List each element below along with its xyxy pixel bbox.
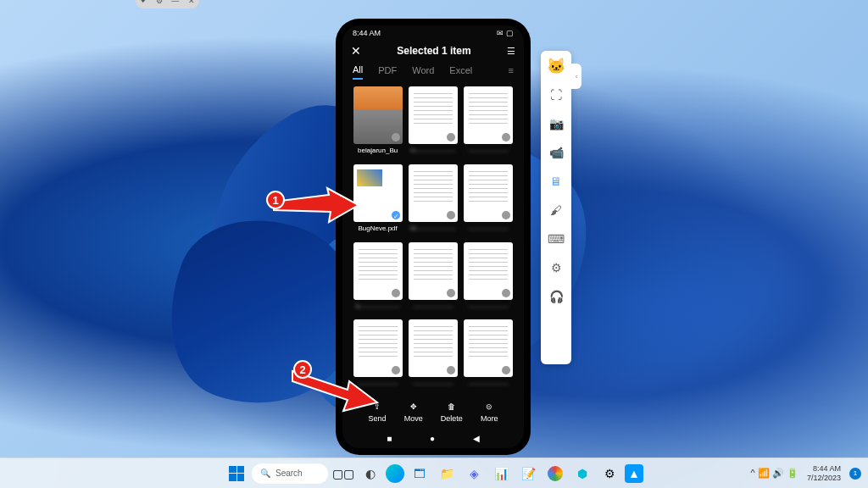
pin-icon[interactable]: ✦ [140,0,147,5]
file-label: —————— [413,380,453,387]
file-label: S—————— [355,302,400,310]
phone-status-bar: 8:44 AM ✉ ▢ [342,25,524,41]
nav-back[interactable]: ◀ [473,434,480,443]
file-thumbnail[interactable]: H—————— [408,86,458,159]
tabs-menu-icon[interactable]: ≡ [509,65,514,75]
brush-icon[interactable]: 🖌 [548,202,565,219]
file-thumbnail[interactable]: —————— [408,242,458,315]
taskbar-app[interactable]: ⬢ [570,462,594,485]
taskbar-app[interactable]: 🗔 [408,462,431,485]
taskbar-clock[interactable]: 8:44 AM 7/12/2023 [807,464,841,483]
file-grid: belajarun_BuH————————————BugNeve.pdfM———… [342,80,524,396]
delete-button[interactable]: 🗑Delete [441,401,463,423]
nav-recent[interactable]: ■ [387,434,392,443]
more-button[interactable]: ⊝More [481,401,498,423]
file-label: —————— [468,225,509,232]
file-thumbnail[interactable]: —————— [464,242,514,315]
file-label: M—————— [410,225,457,232]
file-label: —————— [468,380,509,387]
status-time: 8:44 AM [353,29,381,37]
windows-taskbar: 🔍 Search ▢▢ ◐ 🗔 📁 ◈ 📊 📝 ⬢ ⚙ ▲ ^ 📶 🔊 🔋 8:… [0,458,868,488]
selection-header: ✕ Selected 1 item ☰ [342,41,524,61]
annotation-arrow-1 [270,185,363,227]
minimize-icon[interactable]: — [171,0,179,5]
taskbar-center: 🔍 Search ▢▢ ◐ 🗔 📁 ◈ 📊 📝 ⬢ ⚙ ▲ [225,462,643,485]
file-thumbnail[interactable]: —————— [408,319,458,392]
keyboard-icon[interactable]: ⌨ [548,230,565,247]
file-label: belajarun_Bu [358,147,398,154]
move-button[interactable]: ✥Move [404,401,423,423]
tab-excel[interactable]: Excel [449,62,472,79]
tab-pdf[interactable]: PDF [378,62,397,79]
taskbar-app[interactable]: ◈ [462,462,486,485]
file-thumbnail[interactable]: M—————— [408,164,458,237]
file-label: BugNeve.pdf [359,225,398,232]
file-thumbnail[interactable]: —————— [464,319,514,392]
taskbar-app[interactable]: ▲ [625,464,643,483]
file-label: —————— [468,302,509,310]
annotation-badge-1: 1 [266,191,285,209]
taskbar-app[interactable] [543,462,567,485]
task-view-button[interactable]: ▢▢ [331,462,355,485]
file-thumbnail[interactable]: belajarun_Bu [353,86,403,159]
tab-word[interactable]: Word [412,62,434,79]
taskbar-app[interactable]: 📊 [489,462,513,485]
taskbar-app[interactable]: 📝 [516,462,540,485]
selection-title: Selected 1 item [397,45,470,57]
settings-icon[interactable]: ⚙ [548,259,565,276]
move-icon: ✥ [408,401,420,413]
fullscreen-icon[interactable]: ⛶ [548,86,565,103]
svg-marker-0 [274,188,359,222]
start-button[interactable] [225,462,248,485]
mirror-window-controls: ✦ ⚙ — ✕ [136,0,199,8]
cast-icon[interactable]: 🖥 [548,173,565,190]
nav-home[interactable]: ● [430,434,435,443]
record-icon[interactable]: 📹 [548,144,565,161]
system-tray: ^ 📶 🔊 🔋 8:44 AM 7/12/2023 1 [751,464,861,483]
tab-all[interactable]: All [353,61,363,80]
mirror-side-toolbar: 🐱⛶📷📹🖥🖌⌨⚙🎧 [541,51,571,364]
notification-badge[interactable]: 1 [849,468,861,480]
delete-icon: 🗑 [446,401,458,413]
close-icon[interactable]: ✕ [188,0,195,5]
toolbar-collapse-button[interactable]: ‹ [571,64,581,89]
android-nav-bar: ■ ● ◀ [342,428,524,448]
file-type-tabs: All PDF Word Excel ≡ [342,61,524,80]
close-selection-button[interactable]: ✕ [351,44,361,58]
filter-icon[interactable]: ☰ [507,46,515,57]
cat-icon[interactable]: 🐱 [548,58,565,75]
taskbar-app[interactable] [386,464,404,483]
taskbar-search[interactable]: 🔍 Search [252,463,328,484]
status-icons: ✉ ▢ [497,29,514,37]
taskbar-app[interactable]: ⚙ [598,462,621,485]
file-label: H—————— [410,147,456,154]
camera-icon[interactable]: 📷 [548,115,565,132]
annotation-badge-2: 2 [293,360,312,379]
file-thumbnail[interactable]: —————— [464,164,514,237]
gear-icon[interactable]: ⚙ [156,0,163,5]
file-label: —————— [413,302,453,310]
tray-icons[interactable]: ^ 📶 🔊 🔋 [751,468,798,479]
file-thumbnail[interactable]: S—————— [353,242,403,315]
taskbar-app[interactable]: 📁 [435,462,459,485]
file-label: —————— [468,147,509,154]
support-icon[interactable]: 🎧 [548,288,565,305]
taskbar-app[interactable]: ◐ [359,462,382,485]
file-thumbnail[interactable]: —————— [464,86,514,159]
more-icon: ⊝ [483,401,495,413]
